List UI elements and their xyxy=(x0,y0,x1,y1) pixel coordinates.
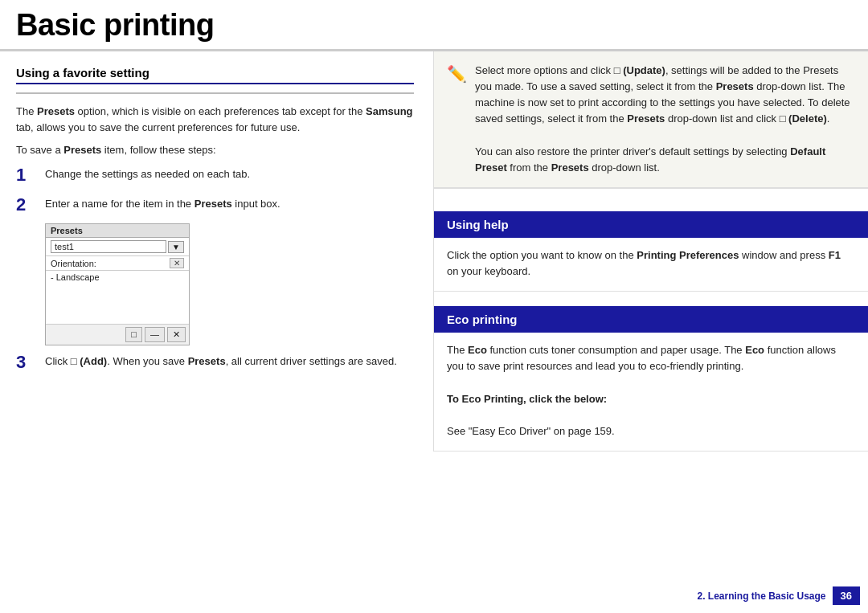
section-divider xyxy=(16,92,414,94)
using-help-section: Using help Click the option you want to … xyxy=(434,211,868,292)
step-list: 1 Change the settings as needed on each … xyxy=(16,165,414,373)
step-3: 3 Click □ (Add). When you save Presets, … xyxy=(16,352,414,373)
eco-printing-section: Eco printing The Eco function cuts toner… xyxy=(434,306,868,452)
eco-printing-content: The Eco function cuts toner consumption … xyxy=(434,333,868,452)
step-text-1: Change the settings as needed on each ta… xyxy=(45,165,250,182)
step-number-1: 1 xyxy=(16,165,39,186)
step-2: 2 Enter a name for the item in the Prese… xyxy=(16,194,414,215)
presets-btn-1[interactable]: □ xyxy=(125,327,142,342)
right-column: ✏️ Select more options and click □ (Upda… xyxy=(434,51,868,452)
eco-printing-header: Eco printing xyxy=(434,306,868,333)
main-content: Using a favorite setting The Presets opt… xyxy=(0,51,868,452)
step-text-2: Enter a name for the item in the Presets… xyxy=(45,194,280,212)
intro-paragraph-2: To save a Presets item, follow these ste… xyxy=(16,142,414,158)
step-number-2: 2 xyxy=(16,194,39,215)
footer-link[interactable]: 2. Learning the Basic Usage xyxy=(697,591,825,602)
presets-btn-3[interactable]: ✕ xyxy=(167,327,186,342)
using-favorite-setting-title: Using a favorite setting xyxy=(16,66,414,84)
presets-ui-mockup: Presets test1 ▼ Orientation: ✕ - Landsca… xyxy=(45,223,190,345)
step-text-3: Click □ (Add). When you save Presets, al… xyxy=(45,352,397,370)
presets-box-input[interactable]: test1 xyxy=(51,240,166,253)
page-title: Basic printing xyxy=(0,0,868,51)
presets-prop-label: Orientation: xyxy=(51,259,170,268)
presets-close-btn[interactable]: ✕ xyxy=(170,258,184,268)
info-icon: ✏️ xyxy=(447,64,467,84)
presets-box-title: Presets xyxy=(46,224,189,238)
presets-dropdown-arrow[interactable]: ▼ xyxy=(168,241,184,253)
presets-value-row: - Landscape xyxy=(46,271,189,284)
footer-page-number: 36 xyxy=(833,586,860,605)
presets-box-input-row: test1 ▼ xyxy=(46,238,189,256)
presets-empty-area xyxy=(46,284,189,324)
presets-btn-2[interactable]: — xyxy=(145,327,165,342)
presets-prop-row: Orientation: ✕ xyxy=(46,256,189,271)
using-help-content: Click the option you want to know on the… xyxy=(434,238,868,292)
left-column: Using a favorite setting The Presets opt… xyxy=(0,51,434,452)
page-footer: 2. Learning the Basic Usage 36 xyxy=(0,586,868,605)
using-help-header: Using help xyxy=(434,211,868,238)
intro-paragraph-1: The Presets option, which is visible on … xyxy=(16,104,414,136)
info-box: ✏️ Select more options and click □ (Upda… xyxy=(434,51,868,189)
right-sections: Using help Click the option you want to … xyxy=(434,211,868,452)
presets-buttons: □ — ✕ xyxy=(46,324,189,345)
step-1: 1 Change the settings as needed on each … xyxy=(16,165,414,186)
info-box-text: Select more options and click □ (Update)… xyxy=(475,63,852,176)
step-number-3: 3 xyxy=(16,352,39,373)
